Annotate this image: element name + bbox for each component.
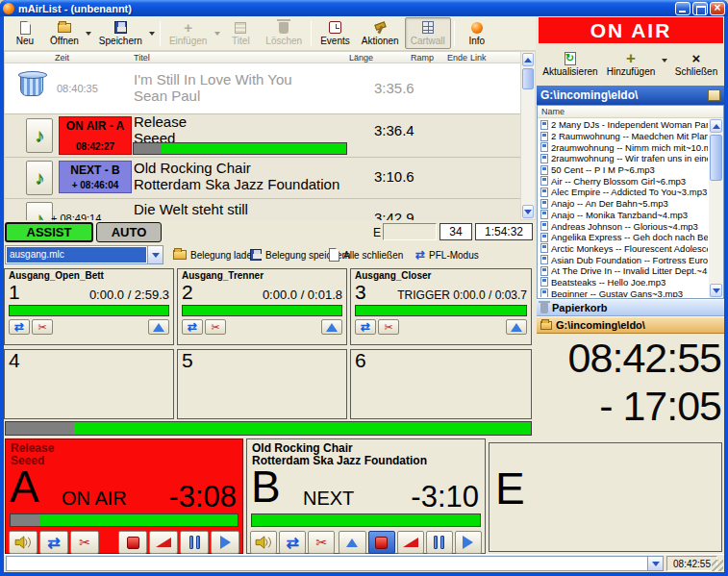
cut-button[interactable] bbox=[205, 319, 226, 335]
eject-button[interactable] bbox=[339, 531, 365, 554]
cart-player-2[interactable]: Ausgang_Trenner 2 0:00.0 / 0:01.8 bbox=[177, 268, 347, 345]
insert-button[interactable]: Einfügen bbox=[163, 17, 213, 49]
combo-chevron-icon[interactable] bbox=[647, 557, 663, 570]
scroll-up-icon[interactable] bbox=[710, 119, 722, 133]
pfl-mode-button[interactable]: PFL-Modus bbox=[412, 245, 483, 264]
delete-button[interactable]: Löschen bbox=[260, 17, 308, 49]
refresh-button[interactable]: Aktualisieren bbox=[540, 47, 600, 82]
scrollbar-thumb[interactable] bbox=[522, 68, 534, 89]
save-button[interactable]: Speichern bbox=[93, 17, 148, 49]
open-button[interactable]: Öffnen bbox=[44, 17, 85, 49]
cut-button[interactable] bbox=[70, 531, 99, 554]
play-button[interactable] bbox=[455, 531, 482, 554]
column-laenge[interactable]: Länge bbox=[349, 53, 373, 63]
cart-player-1[interactable]: Ausgang_Open_Bett 1 0:00.0 / 2:59.3 bbox=[4, 268, 174, 345]
file-list-item[interactable]: 50 Cent -- P I M P~6.mp3 bbox=[539, 164, 708, 176]
scroll-down-icon[interactable] bbox=[710, 284, 722, 297]
loop-button[interactable] bbox=[39, 531, 68, 554]
pause-button[interactable] bbox=[180, 531, 209, 554]
cart-player-5[interactable]: 5 bbox=[177, 349, 347, 419]
file-list-item[interactable]: Anajo -- Monika Tanzband~4.mp3 bbox=[539, 210, 708, 221]
file-list-item[interactable]: 2raumwohnung -- Nimm mich mit~10.mp3 bbox=[539, 141, 708, 153]
info-button[interactable]: Info bbox=[458, 17, 496, 49]
open-dropdown-arrow-icon[interactable] bbox=[85, 17, 93, 49]
column-titel[interactable]: Titel bbox=[134, 53, 150, 63]
cart-player-4[interactable]: 4 bbox=[4, 349, 174, 419]
file-list-item[interactable]: 2raumwohnung -- Wir trafen uns in einem … bbox=[539, 153, 708, 164]
file-list-item[interactable]: Asian Dub Foundation -- Fortress Europe~… bbox=[539, 254, 708, 265]
file-list-item[interactable]: Angelika Express -- Geh doch nach Berlin… bbox=[539, 232, 708, 243]
playlist-row-upcoming[interactable]: + 08:49:14 Die Welt steht still Sam Ragg… bbox=[5, 198, 520, 220]
file-list-item[interactable]: Beginner -- Gustav Gans~3.mp3 bbox=[539, 288, 708, 297]
preset-combobox[interactable]: ausgang.mlc bbox=[5, 245, 163, 264]
fade-button[interactable] bbox=[397, 531, 424, 554]
cart-player-6[interactable]: 6 bbox=[350, 349, 532, 419]
cut-button[interactable] bbox=[378, 319, 399, 335]
stop-button[interactable] bbox=[118, 531, 147, 554]
mute-button[interactable] bbox=[250, 531, 277, 554]
add-dropdown-arrow-icon[interactable] bbox=[662, 63, 667, 74]
scroll-up-icon[interactable] bbox=[522, 53, 534, 66]
eject-button[interactable] bbox=[148, 319, 169, 335]
auto-button[interactable]: AUTO bbox=[96, 222, 162, 242]
file-list-item[interactable]: Alec Empire -- Addicted To You~3.mp3 bbox=[539, 187, 708, 198]
file-list-item[interactable]: Arctic Monkeys -- Flourescent Adolescent… bbox=[539, 243, 708, 255]
playlist-scrollbar[interactable] bbox=[520, 51, 536, 220]
new-button[interactable]: Neu bbox=[6, 17, 44, 49]
mute-button[interactable] bbox=[9, 531, 38, 554]
column-ende[interactable]: Ende bbox=[447, 53, 467, 63]
maximize-button[interactable] bbox=[692, 2, 708, 15]
directory-tab[interactable]: G:\incoming\eldo\ bbox=[537, 316, 724, 334]
eject-button[interactable] bbox=[506, 319, 527, 335]
name-column-header[interactable]: Name bbox=[538, 106, 723, 118]
note-icon[interactable] bbox=[26, 161, 53, 195]
add-button[interactable]: Hinzufügen bbox=[604, 47, 658, 82]
file-list-item[interactable]: Andreas Johnson -- Glorious~4.mp3 bbox=[539, 220, 708, 232]
minimize-button[interactable] bbox=[675, 2, 690, 15]
playlist-row-onair[interactable]: ON AIR - A 08:42:27 Release Seeed 3:36.4 bbox=[5, 113, 520, 157]
note-icon[interactable] bbox=[26, 118, 53, 153]
note-icon[interactable] bbox=[26, 202, 53, 220]
cut-button[interactable] bbox=[308, 531, 335, 554]
assist-button[interactable]: ASSIST bbox=[5, 222, 93, 242]
loop-button[interactable] bbox=[182, 319, 203, 335]
status-combobox[interactable] bbox=[6, 556, 664, 571]
recycle-bin-tab[interactable]: Papierkorb bbox=[537, 299, 724, 316]
cut-button[interactable] bbox=[32, 319, 53, 335]
pause-button[interactable] bbox=[426, 531, 453, 554]
play-button[interactable] bbox=[211, 531, 239, 554]
column-link[interactable]: Link bbox=[470, 53, 487, 63]
fade-button[interactable] bbox=[149, 531, 178, 554]
close-button[interactable] bbox=[710, 2, 725, 15]
combo-chevron-icon[interactable] bbox=[147, 246, 163, 263]
stop-button[interactable] bbox=[368, 531, 395, 554]
file-list-item[interactable]: Air -- Cherry Blossom Girl~6.mp3 bbox=[539, 175, 708, 187]
resize-grip[interactable] bbox=[712, 560, 723, 571]
browser-path-header[interactable]: G:\incoming\eldo\ bbox=[537, 86, 724, 105]
titlebar[interactable]: mAirList - (unbenannt) bbox=[0, 0, 728, 16]
events-button[interactable]: Events bbox=[314, 17, 356, 49]
eject-button[interactable] bbox=[321, 319, 342, 335]
title-button[interactable]: Titel bbox=[221, 17, 260, 49]
file-list-item[interactable]: Anajo -- An Der Bahn~5.mp3 bbox=[539, 198, 708, 210]
cartwall-button[interactable]: Cartwall bbox=[405, 17, 451, 49]
loop-button[interactable] bbox=[355, 319, 376, 335]
playlist-row-next[interactable]: NEXT - B + 08:46:04 Old Rocking Chair Ro… bbox=[5, 157, 520, 198]
loop-button[interactable] bbox=[279, 531, 306, 554]
actions-button[interactable]: Aktionen bbox=[356, 17, 405, 49]
playlist-row-played[interactable]: 08:40:35 I'm Still In Love With You Sean… bbox=[5, 63, 520, 113]
scroll-down-icon[interactable] bbox=[522, 205, 534, 218]
file-list-item[interactable]: At The Drive In -- Invalid Litter Dept.~… bbox=[539, 265, 708, 277]
close-panel-button[interactable]: Schließen bbox=[671, 47, 721, 82]
file-list-item[interactable]: 2 Many DJs - Independent Woman Part I... bbox=[539, 119, 708, 131]
column-zeit[interactable]: Zeit bbox=[55, 53, 69, 63]
file-list-item[interactable]: 2 Raumwohnung -- Maedchen Mit Plan~5 J..… bbox=[539, 131, 708, 142]
close-all-button[interactable]: Alle schließen bbox=[325, 245, 407, 264]
insert-dropdown-arrow-icon[interactable] bbox=[213, 17, 221, 49]
save-dropdown-arrow-icon[interactable] bbox=[148, 17, 157, 49]
playlist-column-header[interactable]: Zeit Titel Länge Ramp Ende Link bbox=[4, 51, 536, 63]
file-list-item[interactable]: Beatsteaks -- Hello Joe.mp3 bbox=[539, 277, 708, 288]
cart-player-3[interactable]: Ausgang_Closer 3 TRIGGER 0:00.0 / 0:03.7 bbox=[350, 268, 532, 345]
loop-button[interactable] bbox=[9, 319, 30, 335]
scrollbar-thumb[interactable] bbox=[710, 135, 722, 181]
